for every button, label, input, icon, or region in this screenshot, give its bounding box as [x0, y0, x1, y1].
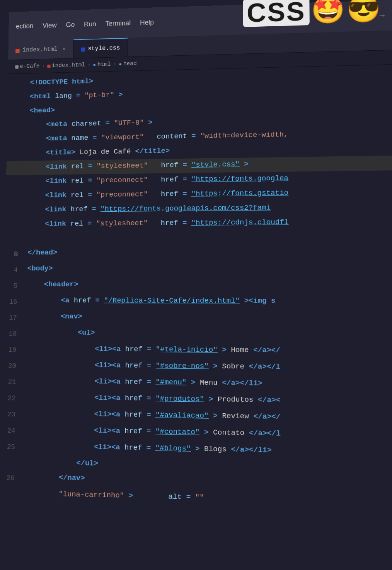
menu-item-help[interactable]: Help: [140, 18, 154, 26]
code-line-link5: <link rel = "stylesheet" href = "https:/…: [5, 215, 392, 232]
code-token: =: [147, 411, 151, 419]
code-token: >: [128, 491, 164, 501]
line-num: [7, 119, 27, 120]
code-token: =: [95, 296, 99, 305]
code-token: </a><: [258, 395, 280, 404]
code-token: <title>: [46, 148, 75, 157]
breadcrumb-project: ▩ e-Cafe: [15, 63, 39, 70]
code-token: "stylesheet": [97, 161, 148, 170]
code-token: Review: [222, 412, 249, 421]
code-token: "https://cdnjs.cloudfl: [191, 218, 289, 227]
code-token: "https://fonts.gstatio: [191, 188, 288, 198]
line-num: [7, 147, 27, 148]
breadcrumb-node-html: ● html: [93, 61, 111, 68]
code-token: =: [147, 345, 151, 354]
code-token: =: [88, 176, 92, 185]
code-token: "#produtos": [155, 394, 204, 404]
code-token: href: [125, 410, 142, 419]
code-token: =: [147, 427, 151, 436]
code-token: Produtos: [218, 395, 254, 404]
line-num: 21: [3, 375, 24, 389]
line-content: <link rel = "stylesheet" href = "https:/…: [28, 216, 392, 230]
tab-html-label: index.html: [22, 46, 58, 53]
code-token: "width=device-width,: [200, 130, 288, 140]
code-token: rel: [71, 176, 84, 185]
code-token: href: [161, 190, 178, 198]
code-token: <nav>: [61, 312, 82, 321]
code-token: </a></: [254, 412, 281, 421]
line-num: 17: [4, 311, 24, 325]
line-num: 18: [3, 327, 24, 341]
code-token: </a></l: [249, 362, 281, 371]
menu-item-terminal[interactable]: Terminal: [106, 19, 131, 27]
forward-arrow[interactable]: →: [379, 10, 385, 20]
code-token: "#contato": [155, 427, 200, 436]
code-token: Home: [231, 346, 249, 354]
code-token: <head>: [29, 106, 55, 115]
line-content: <link rel = "preconnect" href = "https:/…: [28, 186, 392, 201]
code-line-header: 5 <header>: [4, 278, 392, 294]
screen-container: ection View Go Run Terminal Help ← → CSS…: [0, 0, 392, 570]
line-num: [8, 91, 28, 92]
code-token: Contato: [213, 428, 244, 437]
code-token: =: [186, 493, 191, 502]
code-token: [152, 161, 157, 170]
tab-css[interactable]: ▩ style.css: [73, 38, 128, 58]
code-token: </a></l: [249, 429, 281, 438]
code-token: =: [191, 132, 196, 140]
code-token: =: [87, 219, 92, 228]
code-token: name: [71, 134, 88, 142]
code-token: alt: [168, 492, 182, 501]
code-token: >: [213, 362, 218, 370]
line-num: [6, 176, 26, 176]
code-token: "#menu": [155, 378, 186, 387]
breadcrumb-sep-2: ›: [87, 62, 91, 68]
code-token: <body>: [27, 264, 53, 273]
menu-item-selection[interactable]: ection: [16, 22, 34, 30]
code-line-a-href: 16 <a href = "/Replica-Site-Cafe/index.h…: [4, 294, 392, 311]
code-token: "/Replica-Site-Cafe/index.html": [104, 296, 240, 305]
code-token: href: [125, 361, 142, 370]
code-token: <li><a: [95, 345, 125, 354]
code-token: >: [209, 395, 213, 404]
html-icon: ▩: [15, 46, 20, 54]
tab-html[interactable]: ▩ index.html ✕: [8, 39, 73, 60]
code-token: "luna-carrinho": [59, 490, 124, 500]
menu-item-run[interactable]: Run: [84, 20, 96, 28]
code-token: <html: [30, 92, 55, 101]
line-num: 4: [5, 263, 25, 277]
code-token: >: [148, 118, 152, 127]
back-arrow[interactable]: ←: [370, 11, 376, 21]
menu-item-view[interactable]: View: [43, 21, 57, 29]
css-badge: CSS: [243, 0, 310, 27]
code-token: <li><a: [94, 377, 125, 386]
code-token: <meta: [46, 120, 72, 128]
code-token: "https://fonts.googleapis.com/css2?fami: [101, 204, 271, 214]
code-line-empty: [5, 230, 392, 246]
css-overlay: CSS 🤩 😎: [243, 0, 381, 29]
tab-close-button[interactable]: ✕: [63, 46, 66, 52]
code-token: "": [195, 493, 204, 502]
line-content: <a href = "/Replica-Site-Cafe/index.html…: [27, 295, 392, 307]
code-token: "viewport": [101, 133, 144, 142]
code-token: href: [125, 394, 142, 403]
code-token: <link: [46, 163, 71, 171]
menu-item-go[interactable]: Go: [66, 21, 75, 29]
code-token: "style.css": [191, 160, 240, 169]
code-token: <header>: [44, 280, 78, 289]
code-token: </nav>: [59, 473, 85, 483]
line-num: 23: [2, 407, 23, 422]
code-token: </ul>: [76, 459, 98, 468]
code-token: <li><a: [94, 426, 124, 435]
code-token: >: [195, 445, 200, 454]
line-num: B: [5, 247, 26, 261]
code-token: "pt-br": [84, 91, 114, 100]
code-token: Blogs: [204, 445, 227, 454]
line-content: <ul>: [26, 327, 392, 341]
code-token: <ul>: [78, 329, 95, 337]
line-content: </head>: [27, 245, 392, 258]
code-token: =: [182, 161, 187, 169]
code-token: >: [204, 428, 209, 437]
code-token: href: [161, 219, 178, 227]
code-token: <li><a: [94, 443, 124, 452]
